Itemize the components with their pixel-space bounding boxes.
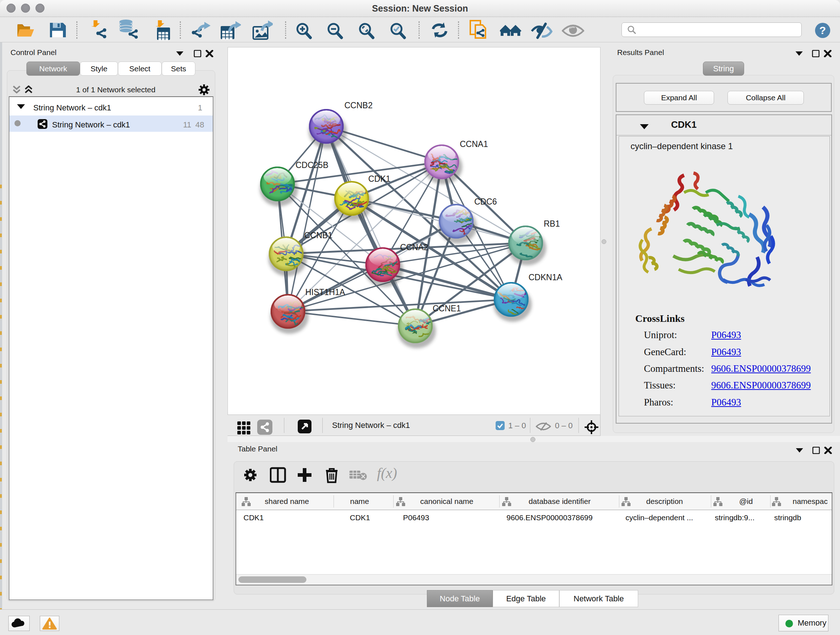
svg-text:?: ? bbox=[819, 24, 826, 36]
svg-text:HIST1H1A: HIST1H1A bbox=[305, 287, 346, 297]
svg-text:CCNA1: CCNA1 bbox=[460, 139, 488, 149]
svg-text:CDK1: CDK1 bbox=[368, 174, 390, 184]
svg-text:CDC25B: CDC25B bbox=[295, 160, 328, 170]
svg-text:CDC6: CDC6 bbox=[474, 197, 497, 206]
svg-text:CCNA2: CCNA2 bbox=[400, 242, 428, 252]
svg-text:CCNB2: CCNB2 bbox=[344, 101, 373, 110]
svg-text:CCNE1: CCNE1 bbox=[433, 304, 461, 313]
svg-text:CDKN1A: CDKN1A bbox=[529, 272, 562, 282]
svg-text:RB1: RB1 bbox=[544, 219, 560, 228]
svg-text:CCNB1: CCNB1 bbox=[304, 231, 332, 240]
